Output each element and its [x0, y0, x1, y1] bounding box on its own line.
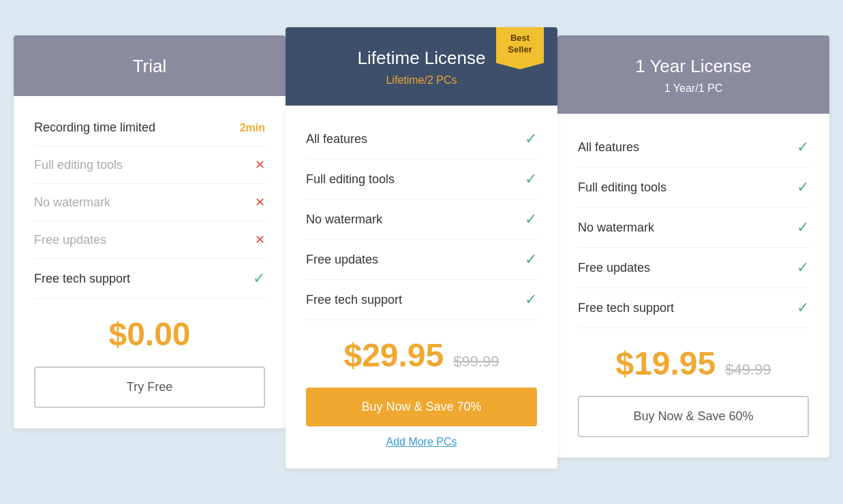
- feature-row: No watermark✓: [306, 200, 537, 240]
- year-price-section: $19.95$49.99: [578, 328, 809, 396]
- x-icon: ✕: [255, 157, 265, 172]
- feature-value: 2min: [240, 122, 265, 134]
- feature-label: Full editing tools: [578, 180, 666, 195]
- year-subtitle: 1 Year/1 PC: [571, 82, 816, 95]
- price-row: $0.00: [34, 315, 265, 353]
- check-icon: ✓: [797, 219, 809, 236]
- x-icon: ✕: [255, 232, 265, 247]
- feature-row: All features✓: [306, 119, 537, 159]
- feature-row: Free updates✕: [34, 221, 265, 259]
- check-icon: ✓: [525, 130, 537, 148]
- feature-row: Free tech support✓: [34, 259, 265, 299]
- card-lifetime: Lifetime LicenseLifetime/2 PCsBestSeller…: [286, 27, 557, 469]
- year-body: All features✓Full editing tools✓No water…: [557, 114, 829, 458]
- feature-label: Free tech support: [306, 293, 402, 307]
- feature-row: Full editing tools✕: [34, 146, 265, 184]
- price-main: $0.00: [108, 315, 190, 353]
- year-title: 1 Year License: [571, 56, 816, 77]
- check-icon: ✓: [253, 270, 265, 287]
- feature-label: Full editing tools: [306, 172, 395, 187]
- check-icon: ✓: [525, 170, 537, 188]
- pricing-container: TrialRecording time limited2minFull edit…: [14, 35, 829, 469]
- check-icon: ✓: [525, 210, 537, 228]
- check-icon: ✓: [797, 138, 809, 156]
- feature-row: Free tech support✓: [578, 288, 809, 328]
- check-icon: ✓: [525, 251, 537, 268]
- price-original: $99.99: [453, 353, 499, 371]
- feature-label: No watermark: [578, 221, 654, 235]
- feature-label: Recording time limited: [34, 121, 155, 135]
- feature-row: Free updates✓: [578, 248, 809, 288]
- feature-row: Free tech support✓: [306, 280, 537, 320]
- lifetime-header: Lifetime LicenseLifetime/2 PCsBestSeller: [286, 27, 557, 106]
- trial-body: Recording time limited2minFull editing t…: [14, 96, 286, 428]
- feature-row: Recording time limited2min: [34, 110, 265, 146]
- feature-label: Full editing tools: [34, 158, 123, 172]
- feature-row: No watermark✕: [34, 184, 265, 221]
- lifetime-cta-button[interactable]: Buy Now & Save 70%: [306, 388, 537, 426]
- feature-row: Free updates✓: [306, 240, 537, 280]
- add-more-pcs-link[interactable]: Add More PCs: [306, 436, 537, 448]
- lifetime-body: All features✓Full editing tools✓No water…: [286, 106, 557, 469]
- feature-label: Free tech support: [578, 301, 674, 315]
- feature-label: No watermark: [306, 212, 382, 227]
- check-icon: ✓: [525, 291, 537, 309]
- feature-label: Free updates: [578, 261, 650, 275]
- feature-row: Full editing tools✓: [306, 159, 537, 200]
- year-header: 1 Year License1 Year/1 PC: [557, 35, 829, 114]
- feature-row: All features✓: [578, 127, 809, 168]
- x-icon: ✕: [255, 195, 265, 210]
- trial-price-section: $0.00: [34, 299, 265, 366]
- feature-label: All features: [306, 132, 367, 146]
- feature-label: All features: [578, 140, 639, 155]
- price-row: $29.95$99.99: [306, 336, 537, 374]
- feature-label: Free tech support: [34, 272, 130, 286]
- price-main: $19.95: [615, 345, 716, 382]
- best-seller-badge: BestSeller: [496, 27, 544, 69]
- year-cta-button[interactable]: Buy Now & Save 60%: [578, 396, 809, 437]
- check-icon: ✓: [797, 178, 809, 196]
- check-icon: ✓: [797, 299, 809, 317]
- trial-header: Trial: [14, 35, 286, 96]
- lifetime-price-section: $29.95$99.99: [306, 320, 537, 388]
- lifetime-subtitle: Lifetime/2 PCs: [299, 74, 544, 86]
- feature-label: No watermark: [34, 195, 110, 210]
- price-original: $49.99: [725, 361, 771, 379]
- check-icon: ✓: [797, 259, 809, 277]
- trial-cta-button[interactable]: Try Free: [34, 366, 265, 408]
- feature-label: Free updates: [306, 253, 378, 267]
- feature-row: Full editing tools✓: [578, 168, 809, 208]
- card-year: 1 Year License1 Year/1 PCAll features✓Fu…: [557, 35, 829, 458]
- feature-label: Free updates: [34, 233, 106, 247]
- card-trial: TrialRecording time limited2minFull edit…: [14, 35, 286, 428]
- price-main: $29.95: [343, 336, 444, 374]
- price-row: $19.95$49.99: [578, 345, 809, 382]
- feature-row: No watermark✓: [578, 208, 809, 248]
- trial-title: Trial: [27, 56, 272, 77]
